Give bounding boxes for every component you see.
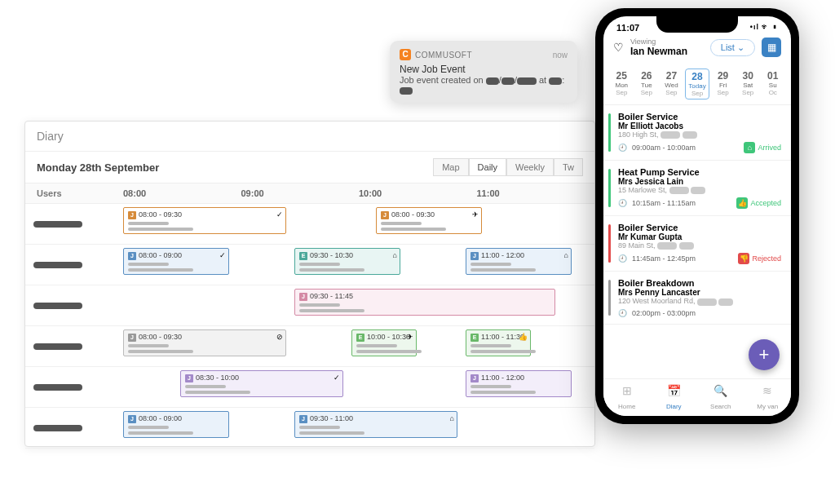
tab-daily[interactable]: Daily [469,158,506,176]
tab-diary[interactable]: 📅Diary [651,379,698,416]
date-cell[interactable]: 26TueSep [635,69,659,99]
event-box[interactable]: J08:00 - 09:30✈ [376,207,482,234]
phone-notch [656,16,738,33]
diary-row: J08:00 - 09:30⊘E10:00 - 10:30✈E11:00 - 1… [25,326,594,367]
diary-panel: Diary Monday 28th September Map Daily We… [24,121,595,447]
event-status-icon: ⌂ [450,414,454,422]
event-box[interactable]: J08:00 - 09:30⊘ [123,329,286,356]
user-cell [25,408,123,448]
clock-icon: 🕘 [618,254,627,263]
time-0900: 09:00 [241,188,360,198]
phone-screen: 11:07 •ıl ᯤ ▮ ♡ Viewing Ian Newman List … [603,16,791,416]
event-box[interactable]: J08:00 - 09:00✓ [123,248,229,275]
events-cell: J08:00 - 09:00✓E09:30 - 10:30⌂J11:00 - 1… [123,245,594,285]
event-status-icon: 👍 [519,333,528,341]
diary-row: J08:00 - 09:30✓J08:00 - 09:30✈ [25,204,594,245]
user-name-placeholder [33,343,82,350]
user-name-placeholder [33,303,82,309]
status-time: 11:07 [616,23,639,33]
notif-body-mid: at [539,75,546,85]
time-1000: 10:00 [359,188,477,198]
phone-frame: 11:07 •ıl ᯤ ▮ ♡ Viewing Ian Newman List … [595,8,799,424]
tab-home[interactable]: ⊞Home [603,379,651,416]
event-box[interactable]: J08:00 - 09:00 [123,411,229,438]
event-box[interactable]: E09:30 - 10:30⌂ [294,248,400,275]
job-item[interactable]: Heat Pump ServiceMrs Jessica Lain15 Marl… [603,161,791,216]
tab-two[interactable]: Tw [554,158,583,176]
event-box[interactable]: E10:00 - 10:30✈ [351,329,417,356]
job-address: 120 West Moorland Rd, [618,297,781,305]
tab-my-van[interactable]: ≋My van [744,379,792,416]
event-tag: J [128,252,136,260]
date-cell[interactable]: 30SatSep [736,69,760,99]
event-tag: J [185,374,193,382]
clock-icon: 🕘 [618,144,627,152]
chevron-down-icon: ⌄ [737,42,744,52]
list-toggle[interactable]: List ⌄ [710,39,755,56]
heart-icon[interactable]: ♡ [613,41,624,54]
job-title: Heat Pump Service [618,167,781,177]
user-cell [25,367,123,407]
timeline-header: Users 08:00 09:00 10:00 11:00 [25,183,594,204]
tab-label: My van [757,403,778,410]
tab-map[interactable]: Map [433,158,468,176]
calendar-button[interactable]: ▦ [762,38,781,57]
date-cell[interactable]: 28TodaySep [685,69,710,99]
notif-timestamp: now [553,51,568,60]
date-cell[interactable]: 27WedSep [660,69,683,99]
status-icon: ⌂ [744,142,755,153]
event-tag: E [471,334,479,342]
event-tag: J [299,293,307,301]
events-cell: J08:00 - 09:00J09:30 - 11:00⌂ [123,408,594,448]
event-box[interactable]: J08:00 - 09:30✓ [123,207,286,234]
commusoft-icon: C [400,49,411,60]
status-badge: 👎Rejected [738,253,781,264]
job-item[interactable]: Boiler ServiceMr Elliott Jacobs180 High … [603,105,791,161]
job-list[interactable]: Boiler ServiceMr Elliott Jacobs180 High … [603,105,791,374]
event-box[interactable]: J11:00 - 12:00⌂ [466,248,572,275]
job-person: Mr Elliott Jacobs [618,122,781,130]
event-time: 09:30 - 10:30 [310,251,353,259]
date-cell[interactable]: 29FriSep [711,69,735,99]
tab-weekly[interactable]: Weekly [506,158,554,176]
user-name-placeholder [33,221,82,228]
event-box[interactable]: J11:00 - 12:00 [466,370,572,397]
job-time: 10:15am - 11:15am [632,199,696,207]
tab-icon: ≋ [744,384,792,397]
diary-title: Diary [25,122,594,152]
event-time: 08:00 - 09:00 [139,251,182,259]
event-box[interactable]: J09:30 - 11:45 [294,289,555,316]
phone-header: ♡ Viewing Ian Newman List ⌄ ▦ [603,33,791,64]
add-fab-button[interactable]: + [749,339,780,370]
diary-row: J08:30 - 10:00✓J11:00 - 12:00 [25,367,594,408]
viewing-block[interactable]: Viewing Ian Newman [630,38,704,57]
status-icon: 👍 [736,197,748,209]
event-status-icon: ⌂ [564,251,568,259]
status-badge: ⌂Arrived [744,142,781,153]
time-1100: 11:00 [477,188,595,198]
job-item[interactable]: Boiler BreakdownMrs Penny Lancaster120 W… [603,272,791,324]
tab-icon: 🔍 [697,384,744,397]
user-name-placeholder [33,262,82,268]
tab-bar: ⊞Home📅Diary🔍Search≋My van [603,378,791,416]
job-title: Boiler Service [618,112,781,122]
notification-popup[interactable]: C COMMUSOFT now New Job Event Job event … [390,41,577,103]
tab-search[interactable]: 🔍Search [697,379,744,416]
event-box[interactable]: J09:30 - 11:00⌂ [294,411,457,438]
job-item[interactable]: Boiler ServiceMr Kumar Gupta89 Main St, … [603,216,791,272]
user-cell [25,245,123,285]
event-tag: J [381,211,389,219]
event-tag: J [128,334,136,342]
clock-icon: 🕘 [618,199,627,207]
event-box[interactable]: J08:30 - 10:00✓ [180,370,343,397]
event-time: 08:00 - 09:30 [391,210,435,219]
event-tag: J [299,415,307,423]
event-box[interactable]: E11:00 - 11:30👍 [466,329,531,356]
tab-icon: ⊞ [603,384,651,397]
events-cell: J08:00 - 09:30⊘E10:00 - 10:30✈E11:00 - 1… [123,326,594,366]
date-cell[interactable]: 25MonSep [610,69,634,99]
job-time: 11:45am - 12:45pm [632,254,696,263]
date-cell[interactable]: 01SuOc [761,69,784,99]
event-status-icon: ✈ [407,333,413,341]
notif-body-prefix: Job event created on [400,75,484,85]
